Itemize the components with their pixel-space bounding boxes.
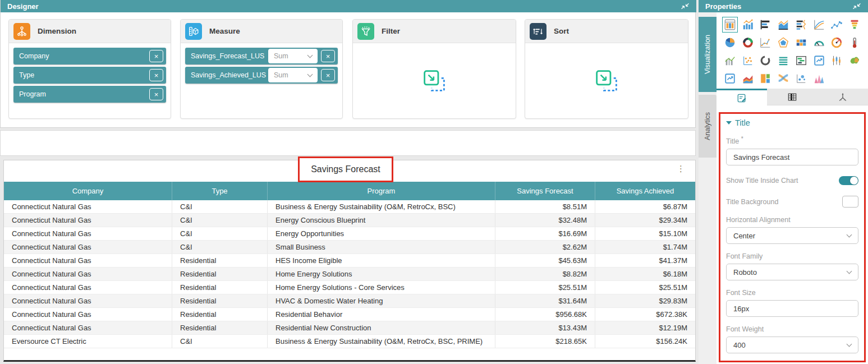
tab-analytics[interactable]: Analytics (699, 95, 717, 158)
funnel-chart-icon[interactable] (847, 17, 862, 32)
map-chart-icon[interactable] (847, 53, 862, 68)
dimension-chip[interactable]: Company× (13, 48, 166, 64)
title-section-header[interactable]: Title (726, 118, 858, 127)
column-header[interactable]: Program (268, 182, 495, 200)
aggregation-value: Sum (274, 71, 288, 79)
combo-chart-icon[interactable] (723, 53, 737, 68)
bar-chart-icon[interactable] (758, 17, 773, 32)
measure-panel-title: Measure (209, 27, 240, 35)
table-row: Connecticut Natural GasResidentialReside… (4, 321, 695, 335)
dimension-chip[interactable]: Type× (13, 67, 166, 84)
column-header[interactable]: Company (4, 182, 172, 200)
filter-panel-title: Filter (382, 27, 400, 35)
column-header[interactable]: Type (172, 182, 268, 200)
tab-axis-settings[interactable] (818, 89, 868, 105)
stacked-area-chart-icon[interactable] (741, 71, 755, 86)
halign-select[interactable]: Center (726, 227, 858, 244)
font-family-label: Font Family (726, 252, 858, 260)
gantt-chart-icon[interactable] (794, 53, 809, 68)
font-family-value: Roboto (733, 268, 757, 277)
remove-chip-button[interactable]: × (149, 50, 163, 62)
table-cell: $1.74M (595, 241, 695, 254)
histogram-chart-icon[interactable] (812, 71, 826, 86)
thermometer-gauge-icon[interactable] (847, 35, 862, 50)
table-cell: $31.64M (495, 294, 595, 307)
area-chart-icon[interactable] (776, 17, 791, 32)
collapse-designer-icon[interactable] (681, 2, 690, 10)
sankey-chart-icon[interactable] (776, 71, 791, 86)
sort-panel-title: Sort (554, 27, 569, 35)
font-color-swatch[interactable] (841, 361, 858, 362)
table-cell: Connecticut Natural Gas (4, 254, 172, 267)
kpi-number-icon[interactable] (723, 71, 737, 86)
table-cell: Connecticut Natural Gas (4, 321, 172, 334)
filter-drop-zone[interactable] (353, 43, 516, 118)
section-collapse-icon (726, 121, 732, 125)
tab-general-settings[interactable] (717, 89, 767, 105)
grid-settings-icon (787, 91, 798, 103)
measure-chip[interactable]: Savings_Achieved_LUSSum× (185, 67, 338, 84)
tab-grid-settings[interactable] (767, 89, 818, 105)
measure-panel-header: Measure (181, 20, 342, 43)
dimension-panel-title: Dimension (38, 27, 76, 35)
remove-chip-button[interactable]: × (321, 50, 335, 62)
show-title-toggle[interactable] (839, 176, 858, 185)
spline-chart-icon[interactable] (812, 17, 826, 32)
circular-gauge-icon[interactable] (829, 35, 844, 50)
title-background-label: Title Background (726, 198, 778, 206)
semi-gauge-icon[interactable] (812, 35, 826, 50)
title-input[interactable] (726, 149, 858, 165)
table-cell: $8.51M (495, 200, 595, 213)
doughnut-chart-icon[interactable] (741, 35, 755, 50)
column-chart-icon[interactable] (741, 17, 755, 32)
column-header[interactable]: Savings Achieved (595, 182, 695, 200)
bar-zigzag-chart-icon[interactable] (794, 17, 809, 32)
chevron-down-icon (847, 268, 852, 274)
heatmap-chart-icon[interactable] (794, 35, 809, 50)
pie-chart-icon[interactable] (723, 35, 737, 50)
scatter-chart-icon[interactable] (741, 53, 755, 68)
table-cell: Energy Conscious Blueprint (268, 214, 495, 227)
title-background-swatch[interactable] (842, 196, 858, 208)
chevron-down-icon (847, 232, 852, 237)
polar-chart-icon[interactable] (776, 35, 791, 50)
grid-rows-icon[interactable] (776, 53, 791, 68)
kpi-card-icon[interactable] (812, 53, 826, 68)
font-weight-select[interactable]: 400 (726, 337, 858, 353)
table-row: Connecticut Natural GasResidentialHVAC &… (4, 294, 695, 308)
ring-chart-icon[interactable] (758, 53, 773, 68)
tab-visualization[interactable]: Visualization (699, 17, 717, 92)
treemap-chart-icon[interactable] (758, 71, 773, 86)
font-size-input[interactable] (726, 300, 858, 317)
scatter-line-chart-icon[interactable] (829, 17, 844, 32)
table-cell: Energy Opportunities (268, 227, 495, 240)
sort-drop-zone[interactable] (525, 43, 688, 118)
designer-title: Designer (7, 2, 39, 11)
table-row: Connecticut Natural GasC&ISmall Business… (4, 241, 695, 254)
measure-chip[interactable]: Savings_Forecast_LUSSum× (185, 48, 338, 64)
candlestick-chart-icon[interactable] (829, 53, 844, 68)
bubble-chart-icon[interactable] (794, 71, 809, 86)
table-cell: Connecticut Natural Gas (4, 241, 172, 254)
table-cell: $45.63M (495, 254, 595, 267)
dimension-chip[interactable]: Program× (13, 86, 166, 103)
remove-chip-button[interactable]: × (321, 69, 335, 81)
widget-menu-icon[interactable]: ⋮ (677, 164, 685, 174)
table-cell: Small Business (268, 241, 495, 254)
aggregation-select[interactable]: Sum (268, 68, 318, 82)
table-cell: $13.43M (495, 321, 595, 334)
table-cell: C&I (172, 214, 268, 227)
remove-chip-button[interactable]: × (149, 69, 163, 81)
filter-icon (357, 23, 374, 40)
widget-title: Savings Forecast (311, 164, 380, 174)
table-row: Connecticut Natural GasC&IEnergy Conscio… (4, 214, 695, 227)
remove-chip-button[interactable]: × (149, 88, 163, 100)
grid-chart-icon[interactable] (723, 17, 737, 32)
line-marker-chart-icon[interactable] (758, 35, 773, 50)
font-family-select[interactable]: Roboto (726, 264, 858, 280)
collapse-properties-icon[interactable] (852, 2, 861, 10)
designer-panel: Designer Dimension Company×Type×Program×… (0, 0, 696, 128)
column-header[interactable]: Savings Forecast (495, 182, 595, 200)
aggregation-select[interactable]: Sum (268, 49, 318, 63)
table-cell: Residential (172, 268, 268, 280)
